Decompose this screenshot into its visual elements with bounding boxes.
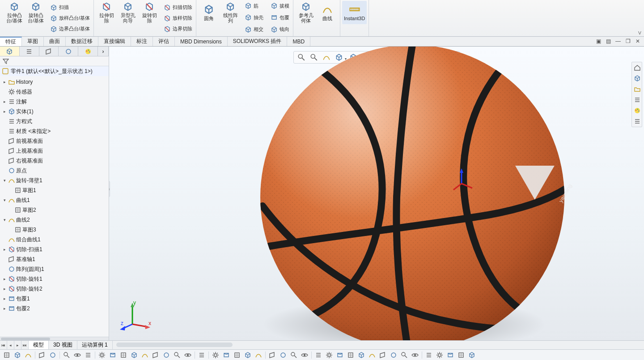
command-tab-6[interactable]: 评估 (153, 37, 175, 46)
tree-twisty[interactable]: ▸ (2, 306, 7, 311)
status-btn-37[interactable] (424, 351, 434, 360)
panel-tab-appearance[interactable] (78, 47, 98, 56)
taskpane-view-palette[interactable] (632, 94, 643, 105)
sweep-cut-button[interactable]: 扫描切除 (162, 3, 194, 13)
tree-node-21[interactable]: ▸切除-旋转2 (0, 284, 109, 294)
tree-node-20[interactable]: ▸切除-旋转1 (0, 274, 109, 284)
ref-geom-button[interactable]: 参考几 何体 (295, 1, 317, 24)
boundary-cut-button[interactable]: 边界切除 (162, 24, 194, 34)
instant3d-button[interactable]: Instant3D (342, 1, 367, 24)
panel-tab-config[interactable] (39, 47, 59, 56)
status-btn-12[interactable] (140, 351, 150, 360)
tree-twisty[interactable]: ▸ (2, 99, 7, 104)
status-btn-21[interactable] (243, 351, 253, 360)
command-tab-7[interactable]: MBD Dimensions (175, 37, 228, 46)
boundary-button[interactable]: 边界凸台/基体 (48, 24, 92, 34)
tab-nav-next[interactable]: ▸ (14, 341, 21, 349)
taskpane-file-explorer[interactable] (632, 84, 643, 94)
tree-node-17[interactable]: ▸切除-扫描1 (0, 244, 109, 254)
command-tab-0[interactable]: 特征 (0, 37, 22, 46)
rib-button[interactable]: 筋 (243, 1, 265, 11)
pane-split-icon[interactable]: ▣ (595, 38, 602, 45)
status-btn-36[interactable] (410, 351, 420, 360)
status-btn-39[interactable] (445, 351, 455, 360)
command-tab-3[interactable]: 数据迁移 (66, 37, 98, 46)
maximize-icon[interactable]: ❐ (624, 38, 631, 45)
tab-nav-prev[interactable]: ◂ (7, 341, 14, 349)
status-btn-18[interactable] (211, 351, 220, 360)
status-btn-2[interactable] (23, 351, 33, 360)
status-btn-8[interactable] (97, 351, 107, 360)
status-btn-23[interactable] (267, 351, 277, 360)
tree-node-18[interactable]: 基准轴1 (0, 254, 109, 264)
tree-twisty[interactable]: ▸ (2, 277, 7, 281)
status-btn-13[interactable] (151, 351, 161, 360)
status-btn-32[interactable] (367, 351, 377, 360)
tree-twisty[interactable]: ▾ (2, 178, 7, 183)
extrude-boss-button[interactable]: 拉伸凸 台/基体 (4, 1, 25, 24)
status-btn-41[interactable] (467, 351, 477, 360)
taskpane-solid-lib[interactable] (632, 73, 643, 84)
loft-button[interactable]: 放样凸台/基体 (48, 13, 92, 23)
tab-nav-first[interactable]: ⏮ (0, 341, 7, 349)
panel-tab-property[interactable] (20, 47, 39, 56)
command-tab-2[interactable]: 曲面 (44, 37, 66, 46)
tree-node-2[interactable]: ▸注解 (0, 97, 109, 107)
status-btn-11[interactable] (129, 351, 139, 360)
ribbon-collapse-icon[interactable]: ᐯ (638, 30, 641, 35)
panel-tab-overflow[interactable]: › (98, 47, 109, 56)
command-tab-1[interactable]: 草图 (22, 37, 44, 46)
hole-wizard-button[interactable]: 异型孔 向导 (117, 1, 139, 24)
root-node[interactable]: 零件1 (默认<<默认>_显示状态 1>) (0, 66, 109, 76)
status-btn-22[interactable] (254, 351, 263, 360)
tree-node-6[interactable]: 前视基准面 (0, 136, 109, 146)
tree-node-22[interactable]: ▸包覆1 (0, 294, 109, 304)
status-btn-38[interactable] (435, 351, 445, 360)
tree-twisty[interactable]: ▸ (2, 247, 7, 252)
status-btn-19[interactable] (221, 351, 231, 360)
tree-twisty[interactable]: ▸ (2, 80, 7, 84)
loft-cut-button[interactable]: 放样切除 (162, 13, 194, 23)
graphics-viewport[interactable]: ◂ ▾▾▾▾▾▾▾ (109, 47, 644, 340)
feature-tree[interactable]: ▸History传感器▸注解▸实体(1)方程式材质 <未指定>前视基准面上视基准… (0, 76, 109, 337)
draft-button[interactable]: 拔模 (269, 1, 291, 11)
tree-node-23[interactable]: ▸包覆2 (0, 304, 109, 313)
filter-row[interactable] (0, 56, 109, 66)
status-btn-25[interactable] (289, 351, 299, 360)
status-btn-3[interactable] (37, 351, 47, 360)
tree-node-7[interactable]: 上视基准面 (0, 146, 109, 156)
tree-node-1[interactable]: 传感器 (0, 87, 109, 97)
taskpane-home[interactable] (632, 62, 643, 73)
tree-node-10[interactable]: ▾旋转-薄壁1 (0, 176, 109, 185)
status-btn-31[interactable] (356, 351, 366, 360)
bottom-tab-0[interactable]: 模型 (29, 341, 49, 349)
command-tab-5[interactable]: 标注 (131, 37, 153, 46)
command-tab-4[interactable]: 直接编辑 (98, 37, 131, 46)
revolve-cut-button[interactable]: 旋转切 除 (139, 1, 160, 24)
tree-node-8[interactable]: 右视基准面 (0, 156, 109, 166)
extrude-cut-button[interactable]: 拉伸切 除 (96, 1, 117, 24)
status-btn-10[interactable] (119, 351, 128, 360)
tree-node-19[interactable]: 阵列(圆周)1 (0, 264, 109, 274)
close-icon[interactable]: ✕ (634, 38, 641, 45)
tree-twisty[interactable]: ▸ (2, 109, 7, 114)
status-btn-40[interactable] (456, 351, 466, 360)
status-btn-1[interactable] (13, 351, 22, 360)
status-btn-16[interactable] (183, 351, 193, 360)
status-btn-33[interactable] (378, 351, 388, 360)
tab-nav-last[interactable]: ⏭ (21, 341, 29, 349)
tree-node-4[interactable]: 方程式 (0, 116, 109, 126)
minimize-icon[interactable]: — (614, 38, 622, 45)
panel-tab-display[interactable] (59, 47, 78, 56)
bottom-tab-1[interactable]: 3D 视图 (49, 341, 77, 349)
splitter-handle[interactable]: ◂ (109, 181, 110, 197)
panel-tab-feature-tree[interactable] (0, 47, 20, 56)
tree-node-16[interactable]: 组合曲线1 (0, 235, 109, 244)
tree-twisty[interactable]: ▸ (2, 287, 7, 291)
curves-button[interactable]: 曲线 (317, 1, 338, 24)
status-btn-6[interactable] (72, 351, 82, 360)
taskpane-properties[interactable] (632, 116, 643, 127)
tab-nav-buttons[interactable]: ⏮ ◂ ▸ ⏭ (0, 341, 29, 349)
tree-twisty[interactable]: ▸ (2, 296, 7, 301)
tree-node-9[interactable]: 原点 (0, 166, 109, 176)
